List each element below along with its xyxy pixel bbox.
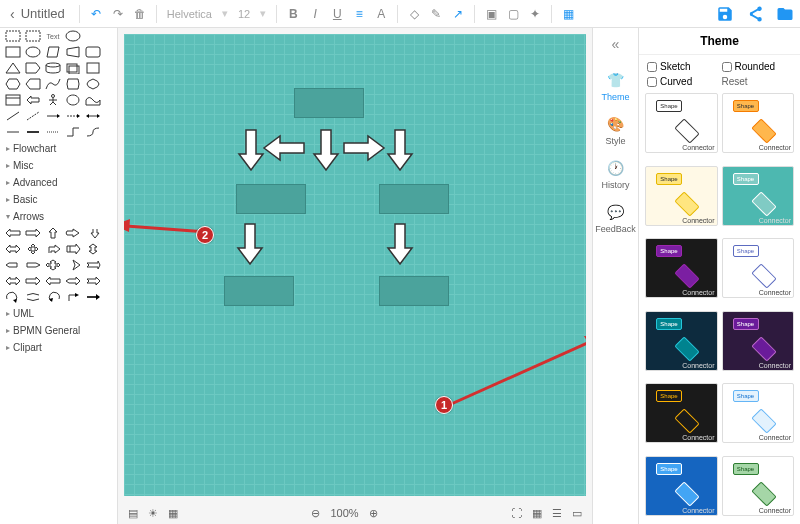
font-size-select[interactable]: 12 [234,7,254,21]
zoom-out-button[interactable]: ⊖ [311,507,320,520]
theme-item[interactable]: Shape Connector [722,238,795,298]
arrow-shapes-row[interactable] [0,257,117,273]
flow-node[interactable] [294,88,364,118]
theme-item[interactable]: Shape Connector [645,93,718,153]
effect-button[interactable]: ✦ [525,4,545,24]
arrow-shapes-row[interactable] [0,289,117,305]
style-icon: 🎨 [605,114,625,134]
theme-item[interactable]: Shape Connector [722,93,795,153]
rail-style[interactable]: 🎨 Style [605,114,625,146]
arrow-shapes-row[interactable] [0,273,117,289]
save-button[interactable] [716,5,734,23]
share-button[interactable] [746,5,764,23]
category-advanced[interactable]: Advanced [0,174,117,191]
shape-row[interactable]: Text [0,28,117,44]
brightness-button[interactable]: ☀ [148,507,158,520]
theme-item[interactable]: Shape Connector [645,311,718,371]
zoom-level[interactable]: 100% [330,507,358,519]
curved-checkbox[interactable]: Curved [647,76,718,87]
svg-marker-59 [314,130,338,170]
zoom-in-button[interactable]: ⊕ [369,507,378,520]
svg-marker-36 [26,229,40,237]
category-uml[interactable]: UML [0,305,117,322]
italic-button[interactable]: I [305,4,325,24]
svg-rect-13 [87,63,99,73]
shape-row[interactable] [0,76,117,92]
more-button[interactable]: ▭ [572,507,582,520]
delete-button[interactable]: 🗑 [130,4,150,24]
panel-collapse-button[interactable]: « [612,36,620,52]
flow-node[interactable] [379,184,449,214]
fullscreen-button[interactable]: ⛶ [511,507,522,519]
separator [397,5,398,23]
undo-button[interactable]: ↶ [86,4,106,24]
shape-row[interactable] [0,92,117,108]
format-button[interactable]: ☰ [552,507,562,520]
rounded-checkbox[interactable]: Rounded [722,61,793,72]
line-button[interactable]: ✎ [426,4,446,24]
document-title[interactable]: Untitled [21,6,65,21]
theme-item[interactable]: Shape Connector [722,383,795,443]
theme-icon: 👕 [605,70,625,90]
flow-arrow-down[interactable] [386,222,414,266]
font-select[interactable]: Helvetica [163,7,216,21]
rail-history[interactable]: 🕐 History [601,158,629,190]
layer-front-button[interactable]: ▣ [481,4,501,24]
theme-item[interactable]: Shape Connector [722,166,795,226]
grid-button[interactable]: ▦ [532,507,542,520]
theme-panel-title: Theme [639,28,800,55]
arrow-shapes-row[interactable] [0,225,117,241]
flow-node[interactable] [236,184,306,214]
theme-item[interactable]: Shape Connector [722,311,795,371]
shape-row[interactable] [0,124,117,140]
theme-item[interactable]: Shape Connector [645,166,718,226]
flow-arrow-down[interactable] [312,128,340,172]
annotation-arrow-1 [444,330,586,410]
sketch-checkbox[interactable]: Sketch [647,61,718,72]
flow-arrow-down[interactable] [236,222,264,266]
flow-arrow-right[interactable] [342,134,386,162]
theme-item[interactable]: Shape Connector [722,456,795,516]
rail-theme[interactable]: 👕 Theme [601,70,629,102]
flow-node[interactable] [379,276,449,306]
bold-button[interactable]: B [283,4,303,24]
page-button[interactable]: ▤ [128,507,138,520]
flow-node[interactable] [224,276,294,306]
category-arrows[interactable]: Arrows [0,208,117,225]
category-bpmn[interactable]: BPMN General [0,322,117,339]
folder-button[interactable] [776,5,794,23]
svg-line-22 [53,102,56,105]
theme-item[interactable]: Shape Connector [645,383,718,443]
text-color-button[interactable]: A [371,4,391,24]
reset-button[interactable]: Reset [722,76,793,87]
flow-arrow-down[interactable] [386,128,414,172]
rail-feedback[interactable]: 💬 FeedBack [595,202,636,234]
category-clipart[interactable]: Clipart [0,339,117,356]
back-button[interactable]: ‹ [6,4,19,24]
category-flowchart[interactable]: Flowchart [0,140,117,157]
svg-marker-40 [67,244,80,254]
separator [156,5,157,23]
theme-item[interactable]: Shape Connector [645,238,718,298]
arrow-shapes-row[interactable] [0,241,117,257]
shape-row[interactable] [0,44,117,60]
redo-button[interactable]: ↷ [108,4,128,24]
table-button[interactable]: ▦ [558,4,578,24]
shape-row[interactable] [0,108,117,124]
fill-button[interactable]: ◇ [404,4,424,24]
category-misc[interactable]: Misc [0,157,117,174]
flow-arrow-down[interactable] [237,128,265,172]
category-basic[interactable]: Basic [0,191,117,208]
underline-button[interactable]: U [327,4,347,24]
layers-button[interactable]: ▦ [168,507,178,520]
layer-back-button[interactable]: ▢ [503,4,523,24]
svg-line-24 [27,112,39,120]
canvas[interactable]: 2 1 [124,34,586,496]
align-button[interactable]: ≡ [349,4,369,24]
theme-item[interactable]: Shape Connector [645,456,718,516]
svg-point-2 [66,31,80,41]
svg-marker-30 [86,114,89,118]
flow-arrow-left[interactable] [262,134,306,162]
shape-row[interactable] [0,60,117,76]
connector-button[interactable]: ↗ [448,4,468,24]
